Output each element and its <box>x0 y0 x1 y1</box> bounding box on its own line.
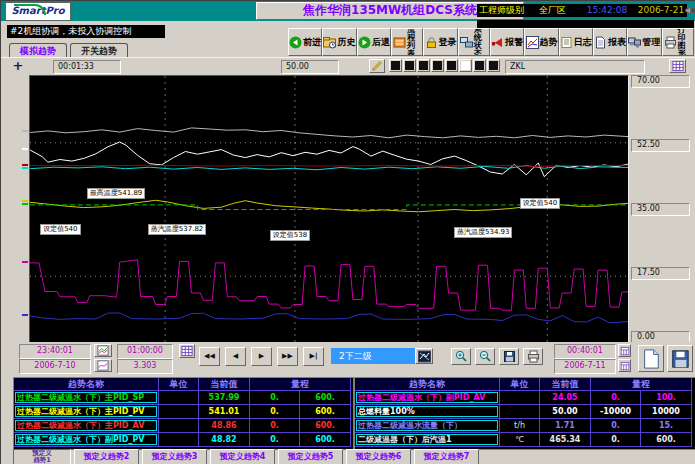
start-date-field[interactable]: 2006-7-10 <box>19 359 91 374</box>
pen-button[interactable] <box>369 59 385 73</box>
color-swatch-button[interactable] <box>487 59 500 72</box>
curve-position-tick <box>22 203 28 205</box>
cursor-value-field: 50.00 <box>281 60 339 74</box>
play-button[interactable]: ▶ <box>251 347 272 366</box>
print-button[interactable] <box>523 348 543 365</box>
left-value-ticks <box>22 75 28 342</box>
predefined-trend-tab[interactable]: 预定义趋势3 <box>142 449 207 464</box>
time-span-field[interactable]: 01:00:00 <box>117 344 173 359</box>
logo-text: SmartPro <box>11 5 64 16</box>
unit-cell <box>500 391 540 405</box>
current-value-cell: 541.01 <box>199 405 250 419</box>
current-value-cell: 24.05 <box>540 391 591 405</box>
color-swatch-button[interactable] <box>431 59 444 72</box>
toolbar-print-button[interactable]: 打印 图形 <box>662 28 694 56</box>
save-trend-button[interactable] <box>667 345 693 372</box>
toolbar-history-button[interactable]: 历史 <box>322 28 356 56</box>
trend-name: 过热器二级减温水（下）主PID_PV <box>15 406 157 417</box>
curve-name-field: ZKL <box>505 60 645 74</box>
trend-name-cell[interactable]: 过热器二级减温水（下）主PID_PV <box>14 405 159 419</box>
fast-forward-button[interactable]: ▶▶ <box>277 347 298 366</box>
trend-name-cell[interactable]: 过热器二级减温水（下）主PID_AV <box>14 419 159 433</box>
toolbar-trend-button[interactable]: 趋势 <box>524 28 558 56</box>
to-end-button[interactable]: ▶| <box>303 347 324 366</box>
end-time-field[interactable]: 00:40:01 <box>554 344 616 359</box>
color-swatch-button[interactable] <box>389 59 402 72</box>
trend-name-cell[interactable]: 过热器二级减温水（下）副PID_PV <box>14 433 159 447</box>
zoom-in-button[interactable] <box>451 348 471 365</box>
mute-speaker-icon[interactable] <box>685 5 695 17</box>
predefined-trend-tab[interactable]: 预定义趋势5 <box>278 449 343 464</box>
cursor-value-label: 蒸汽温度534.93 <box>454 227 513 238</box>
calendar-button[interactable] <box>618 359 631 372</box>
system-status-icon <box>460 36 473 49</box>
range-select[interactable]: 2下二级 <box>331 348 421 364</box>
color-swatch-button[interactable] <box>417 59 430 72</box>
toolbar-alarm-button[interactable]: 报警 <box>490 28 524 56</box>
calendar-button[interactable] <box>618 344 631 357</box>
toolbar-system-status-button[interactable]: 系统 状态 <box>458 28 490 56</box>
interval-field[interactable]: 3.303 <box>117 359 173 374</box>
unit-cell <box>159 433 199 447</box>
column-header-unit: 单位 <box>159 378 199 391</box>
trend-name-cell[interactable]: 过热器二级减温水（下）主PID_SP <box>14 391 159 405</box>
color-swatch-button[interactable] <box>445 59 458 72</box>
color-swatch-button[interactable] <box>403 59 416 72</box>
view-tab[interactable]: 开关趋势 <box>70 43 128 58</box>
grid-table-button[interactable] <box>179 344 195 358</box>
trend-name: 过热器二级减温水（下）副PID_PV <box>15 434 157 445</box>
new-trend-button[interactable] <box>638 345 664 372</box>
color-swatch-button[interactable] <box>473 59 486 72</box>
toolbar-back-button[interactable]: 后退 <box>357 28 391 56</box>
rewind-button[interactable]: ◀◀ <box>199 347 220 366</box>
trend-plot[interactable]: 最高温度541.89设定值540蒸汽温度537.82设定值538蒸汽温度534.… <box>29 75 629 344</box>
range-min-cell: -10000 <box>591 405 641 419</box>
y-axis-label: 52.50 <box>631 139 690 152</box>
curve-position-tick <box>22 148 28 150</box>
toolbar-flowchart-button[interactable]: 流程 列表 <box>391 28 423 56</box>
trend-name-cell[interactable]: 总燃料量100% <box>355 405 500 419</box>
save-icon <box>500 350 518 363</box>
zoom-out-button[interactable] <box>475 348 495 365</box>
color-swatch-button[interactable] <box>459 59 472 72</box>
start-time-field[interactable]: 23:40:01 <box>19 344 91 359</box>
trend-name-cell[interactable]: 过热器二级减温水（下）副PID_AV <box>355 391 500 405</box>
curve-position-tick <box>22 261 28 263</box>
step-back-button[interactable]: ◀ <box>225 347 246 366</box>
trend-name: 过热器二级减温水（下）主PID_AV <box>15 420 157 431</box>
unit-cell <box>159 405 199 419</box>
toolbar-forward-button[interactable]: 前进 <box>288 28 322 56</box>
cursor-value-label: 设定值540 <box>40 224 80 235</box>
crosshair-icon[interactable]: + <box>11 58 25 73</box>
toolbar-report-button[interactable]: 报表 <box>593 28 627 56</box>
toolbar-manage-button[interactable]: 管理 <box>627 28 661 56</box>
print-icon <box>664 36 677 49</box>
range-select-button[interactable] <box>415 348 433 364</box>
current-value-cell: 537.99 <box>199 391 250 405</box>
predefined-trend-tab[interactable]: 预定义趋势4 <box>210 449 275 464</box>
mini-curve-button[interactable] <box>94 359 112 372</box>
predefined-trend-tab[interactable]: 预定义趋势7 <box>414 449 479 464</box>
zoom-in-icon <box>452 350 470 363</box>
swatch-color <box>489 61 498 70</box>
trend-name-cell[interactable]: 过热器二级减温水流量（下） <box>355 419 500 433</box>
mini-trend-button[interactable] <box>94 344 112 357</box>
view-tab[interactable]: 模拟趋势 <box>9 43 67 58</box>
unit-cell: ℃ <box>500 433 540 447</box>
mini-trend-icon <box>95 345 111 356</box>
toolbar-log-button[interactable]: 日志 <box>559 28 593 56</box>
user-level-field: 工程师级别 <box>477 4 537 17</box>
calendar-icon <box>619 361 630 371</box>
swatch-color <box>405 61 414 70</box>
predefined-trend-tab[interactable]: 预定义趋势2 <box>74 449 139 464</box>
grid-button[interactable] <box>669 59 686 73</box>
end-date-field[interactable]: 2006-7-11 <box>554 359 616 374</box>
toolbar-lock-button[interactable]: 登录 <box>423 28 457 56</box>
trend-name-cell[interactable]: 二级减温器（下）后汽温1 <box>355 433 500 447</box>
save-button[interactable] <box>499 348 519 365</box>
predefined-trend-tab[interactable]: 预定义趋势6 <box>346 449 411 464</box>
column-header-name: 趋势名称 <box>14 378 159 391</box>
predefined-trend-tab[interactable]: 预定义 趋势1 <box>13 449 71 464</box>
range-min-cell: 0. <box>250 391 300 405</box>
range-min-cell: 0. <box>591 433 641 447</box>
